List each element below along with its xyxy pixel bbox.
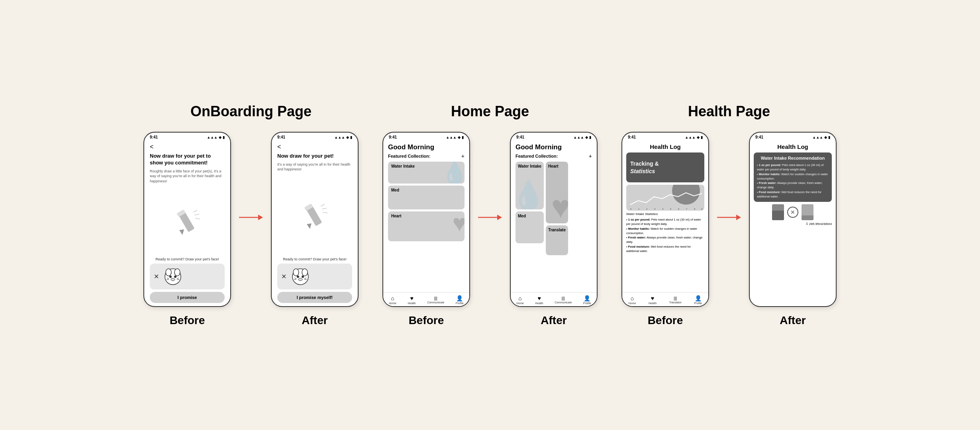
dog-face-svg-after [290, 267, 310, 287]
translator-icon-hb: ||| [674, 296, 677, 301]
arrow-health-icon [717, 211, 741, 223]
home-after-content: Good Morning Featured Collection: + [511, 140, 597, 306]
health-nav-label-after: Health [535, 302, 543, 305]
nav-profile[interactable]: 👤 Profile [456, 295, 464, 305]
home-greeting: Good Morning [388, 143, 465, 151]
arrow-health [717, 211, 741, 247]
health-battery: ▮ [701, 135, 703, 139]
col-left: Water Intake 💧 Med [515, 162, 544, 289]
health-before-group: 9:41 ▲▲▲ ◈ ▮ Health Log [621, 132, 709, 327]
nav-translator-before[interactable]: ||| Translator [669, 296, 682, 304]
arrow-icon [239, 211, 263, 223]
rec-bullet-3-bold: Fresh water: [759, 181, 777, 185]
onboarding-before-group: 9:41 ▲▲▲ ◈ ▮ < Now draw for your pet to … [143, 132, 231, 327]
item-translate-label: Translate [548, 228, 566, 232]
home-time: 9:41 [389, 135, 397, 139]
status-bar-after: 9:41 ▲▲▲ ◈ ▮ [272, 133, 358, 140]
health-status-icons: ▲▲▲ ◈ ▮ [685, 135, 703, 139]
home-wifi: ◈ [458, 135, 461, 139]
ready-text-before: Ready to commit? Draw your pet's face! [150, 257, 225, 261]
health-log-title: Health Log [626, 143, 704, 150]
collection-heart[interactable]: Heart ♥ [388, 211, 465, 241]
add-btn-after[interactable]: + [589, 153, 592, 159]
item-translate[interactable]: Translate [546, 225, 568, 255]
pencil-icon-after [299, 200, 331, 232]
home-after-label: After [541, 314, 566, 327]
nav-profile-after[interactable]: 👤 Profile [583, 295, 591, 305]
arrow-home [478, 211, 502, 247]
info-icon: ℹ [806, 222, 808, 226]
bullet-3: • Fresh water: Always provide clean, fre… [626, 235, 704, 244]
section-health: Health Page 9:41 ▲▲▲ ◈ ▮ [621, 103, 837, 327]
pencil-icon [171, 206, 203, 238]
svg-point-11 [171, 278, 175, 281]
collection-water-intake[interactable]: Water Intake 💧 [388, 162, 465, 184]
chart-svg: 0 1 2 3 4 5 6 7 8 9 [626, 185, 704, 211]
promise-btn-before[interactable]: I promise [150, 292, 225, 303]
onboarding-after-phone: 9:41 ▲▲▲ ◈ ▮ < Now draw for your pet! [271, 132, 359, 307]
rec-bullet-2-bold: Monitor habits: [759, 172, 780, 176]
bullet-2-bold: Monitor habits: [628, 227, 650, 231]
nav-profile-health-before[interactable]: 👤 Profile [694, 295, 702, 305]
nav-communicate-after[interactable]: ||| Communicate [555, 296, 572, 304]
x-circle[interactable]: ✕ [787, 207, 798, 218]
home-battery: ▮ [462, 135, 464, 139]
health-after-log-title: Health Log [754, 143, 832, 150]
item-water[interactable]: Water Intake 💧 [515, 162, 544, 209]
health-nav-icon-after: ♥ [537, 295, 541, 301]
collection-med[interactable]: Med [388, 186, 465, 209]
health-after-battery: ▮ [828, 135, 830, 139]
item-water-label: Water Intake [518, 164, 541, 168]
section-onboarding: OnBoarding Page 9:41 ▲▲▲ ◈ ▮ [143, 103, 359, 327]
add-btn[interactable]: + [461, 153, 465, 159]
home-after-main: Good Morning Featured Collection: + [511, 140, 597, 292]
water-glass-1 [772, 204, 784, 220]
featured-row-after: Featured Collection: + [515, 153, 592, 159]
item-med-after[interactable]: Med [515, 211, 544, 243]
bullet-4: • Food moisture: Wet food reduces the ne… [626, 244, 704, 254]
home-before-phone: 9:41 ▲▲▲ ◈ ▮ Good Morning Feat [382, 132, 470, 307]
health-label-hb: Health [649, 302, 657, 305]
back-arrow-after[interactable]: < [277, 143, 352, 150]
dog-face-area-after: ✕ [277, 264, 352, 289]
wifi-icon: ◈ [219, 135, 221, 139]
communicate-nav-label-after: Communicate [555, 301, 572, 304]
water-glass-2 [802, 204, 813, 220]
water-drop-bg-after: 💧 [515, 179, 544, 209]
health-nav-icon: ♥ [410, 295, 413, 301]
nav-health-after[interactable]: ♥ Health [535, 295, 543, 305]
svg-point-8 [174, 269, 180, 276]
home-after-status-icons: ▲▲▲ ◈ ▮ [573, 135, 591, 139]
nav-home-after[interactable]: ⌂ Home [516, 295, 524, 305]
nav-communicate[interactable]: ||| Communicate [427, 296, 444, 304]
item-heart-label: Heart [548, 164, 566, 168]
svg-marker-49 [736, 215, 741, 220]
health-wifi: ◈ [697, 135, 700, 139]
nav-home[interactable]: ⌂ Home [389, 295, 396, 305]
health-before-phone: 9:41 ▲▲▲ ◈ ▮ Health Log [621, 132, 709, 307]
home-nav-label: Home [389, 302, 396, 305]
bullet-1-bold: 1 oz per pound: [628, 218, 651, 221]
chart-box: 0 1 2 3 4 5 6 7 8 9 [626, 185, 704, 211]
item-heart[interactable]: Heart ♥ [546, 162, 568, 223]
dismiss-x[interactable]: ✕ [154, 273, 159, 280]
svg-line-22 [322, 208, 327, 209]
svg-line-23 [323, 212, 327, 213]
promise-btn-after[interactable]: I promise myself! [277, 292, 352, 303]
nav-health[interactable]: ♥ Health [408, 295, 416, 305]
nav-home-health-before[interactable]: ⌂ Home [629, 295, 636, 305]
communicate-nav-icon-after: ||| [562, 296, 565, 301]
dismiss-x-after[interactable]: ✕ [281, 273, 286, 280]
home-after-status-bar: 9:41 ▲▲▲ ◈ ▮ [511, 133, 597, 140]
health-time: 9:41 [628, 135, 636, 139]
profile-nav-label: Profile [456, 302, 464, 305]
nav-health-health-before[interactable]: ♥ Health [649, 295, 657, 305]
home-before-content: Good Morning Featured Collection: + Wate… [383, 140, 469, 306]
progress-info: ℹ 285.95ml/300ml [754, 222, 832, 226]
rec-bullet-1: • 1 oz per pound: Pets need about 1 oz (… [757, 163, 829, 172]
svg-point-10 [174, 276, 176, 278]
pencil-area-after [277, 175, 352, 257]
back-arrow[interactable]: < [150, 143, 225, 150]
nav-bar-home-before: ⌂ Home ♥ Health ||| Communicate [383, 292, 469, 306]
tracking-line1: Tracking & [630, 160, 659, 167]
